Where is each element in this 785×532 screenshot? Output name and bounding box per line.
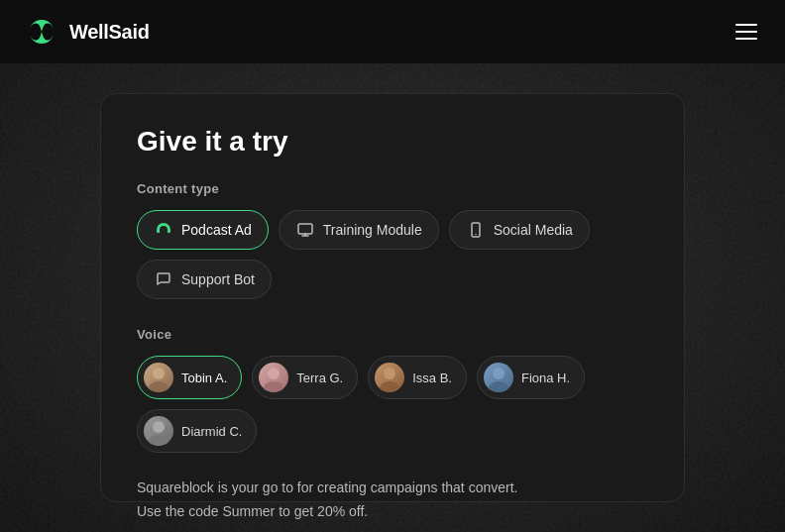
chip-training-module-label: Training Module [323,222,422,238]
main-card: Give it a try Content type Podcast Ad [100,93,685,502]
avatar-tobin [144,363,173,392]
voice-chip-tobin[interactable]: Tobin A. [137,356,242,399]
page-background: Give it a try Content type Podcast Ad [0,63,785,532]
voice-chip-terra[interactable]: Terra G. [252,356,358,399]
voice-tobin-label: Tobin A. [181,371,227,385]
voice-diarmid-label: Diarmid C. [181,424,242,439]
svg-point-10 [489,381,508,392]
promo-line1: Squareblock is your go to for creating c… [137,479,517,495]
promo-text: Squareblock is your go to for creating c… [137,477,648,524]
hamburger-menu-button[interactable] [731,20,761,44]
monitor-icon [295,220,315,240]
svg-rect-0 [298,224,312,234]
svg-point-9 [493,368,505,379]
card-title: Give it a try [137,126,648,158]
svg-point-6 [264,381,283,392]
svg-point-5 [268,368,280,379]
svg-point-12 [149,435,168,446]
avatar-issa [375,363,404,392]
chip-podcast-ad[interactable]: Podcast Ad [137,210,269,250]
voice-fiona-label: Fiona H. [521,371,570,385]
voice-chip-issa[interactable]: Issa B. [368,356,467,399]
wellsaid-logo-icon [24,14,59,50]
svg-point-11 [153,421,165,433]
svg-point-3 [153,368,165,379]
chat-icon [154,269,173,289]
svg-point-7 [384,368,395,379]
avatar-terra [259,363,288,392]
logo-area: WellSaid [24,14,150,50]
content-type-chip-group: Podcast Ad Training Module [137,210,648,299]
chip-support-bot[interactable]: Support Bot [137,260,272,299]
voice-label: Voice [137,327,648,342]
chip-podcast-ad-label: Podcast Ad [181,222,252,238]
voice-chip-fiona[interactable]: Fiona H. [477,356,585,399]
svg-point-8 [380,381,399,392]
voice-issa-label: Issa B. [412,371,452,385]
voice-chip-group: Tobin A. Terra G. Issa B. Fiona H. [137,356,648,453]
avatar-fiona [484,363,513,392]
headphones-icon [154,220,173,240]
promo-line2: Use the code Summer to get 20% off. [137,503,368,519]
voice-chip-diarmid[interactable]: Diarmid C. [137,409,257,453]
svg-point-4 [149,381,168,392]
svg-point-2 [475,234,476,235]
chip-social-media[interactable]: Social Media [449,210,590,250]
chip-support-bot-label: Support Bot [181,271,255,287]
avatar-diarmid [144,416,173,446]
voice-terra-label: Terra G. [296,371,343,385]
logo-text: WellSaid [69,21,150,44]
chip-social-media-label: Social Media [494,222,573,238]
phone-icon [466,220,486,240]
content-type-label: Content type [137,181,648,196]
chip-training-module[interactable]: Training Module [279,210,439,250]
